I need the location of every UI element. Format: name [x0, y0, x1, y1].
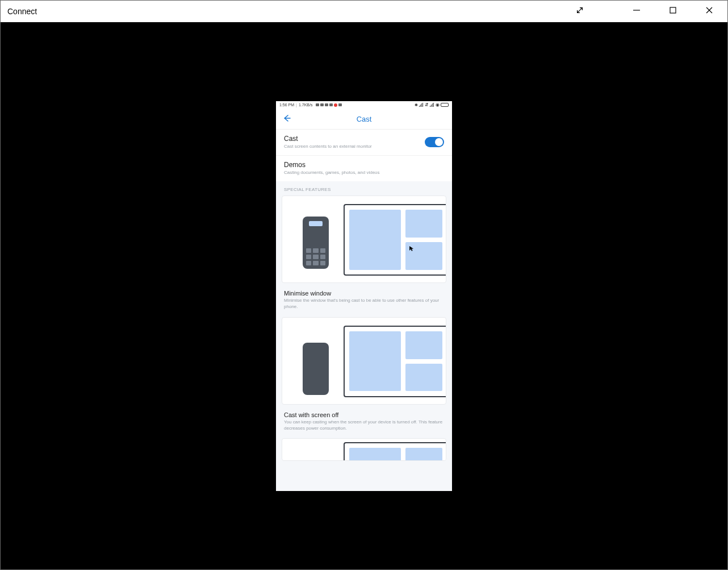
back-button[interactable]: [282, 114, 292, 124]
alarm-icon: [320, 103, 324, 106]
cast-setting-row[interactable]: Cast Cast screen contents to an external…: [276, 130, 452, 155]
phone-screen: 1:56 PM | 1.7KB/s ✱: [276, 101, 452, 491]
special-features-header: SPECIAL FEATURES: [276, 181, 452, 195]
cast-title: Cast: [284, 135, 425, 143]
signal-icon-2: [430, 103, 434, 107]
maximize-button[interactable]: [662, 2, 684, 20]
status-right-icons: ✱ ⇵ ◉: [415, 102, 449, 107]
screen-off-feature-label: Cast with screen off You can keep castin…: [276, 409, 452, 439]
minimise-illustration: [282, 196, 446, 282]
minimise-feature-label: Minimise window Minimise the window that…: [276, 288, 452, 317]
screen-off-title: Cast with screen off: [284, 411, 444, 418]
phone-device-icon: [303, 217, 329, 269]
minimise-feature-card[interactable]: [282, 195, 446, 283]
demos-row[interactable]: Demos Casting documents, games, photos, …: [276, 155, 452, 181]
whatsapp-icon: [325, 103, 328, 106]
monitor-icon: [344, 204, 446, 276]
maximize-icon: [669, 6, 677, 16]
video-icon: [338, 103, 342, 106]
notif-icon: [316, 103, 319, 106]
minimise-subtitle: Minimise the window that's being cast to…: [284, 298, 444, 310]
phone-status-bar: 1:56 PM | 1.7KB/s ✱: [276, 101, 452, 109]
status-notif-icons: [316, 103, 342, 107]
cursor-icon: [409, 246, 414, 252]
expand-icon: [576, 6, 584, 16]
titlebar: Connect: [1, 1, 727, 22]
app-window: Connect: [0, 0, 728, 570]
page-title: Cast: [357, 115, 372, 123]
svg-rect-1: [670, 7, 676, 13]
window-title: Connect: [7, 7, 37, 16]
minimise-title: Minimise window: [284, 290, 444, 297]
battery-icon: [441, 103, 449, 107]
phone-off-icon: [303, 343, 329, 395]
phone-app-header: Cast: [276, 109, 452, 130]
close-button[interactable]: [698, 2, 721, 20]
next-illustration: [282, 439, 446, 460]
screen-off-feature-card[interactable]: [282, 317, 446, 405]
mute-icon: [329, 103, 333, 106]
cast-subtitle: Cast screen contents to an external moni…: [284, 144, 425, 149]
minimize-icon: [633, 6, 641, 16]
bluetooth-icon: ✱: [415, 103, 418, 107]
cast-toggle[interactable]: [425, 137, 444, 147]
status-netspeed: 1.7KB/s: [299, 103, 313, 107]
signal-icon-1: [419, 103, 424, 107]
monitor-icon-2: [344, 326, 446, 397]
minimize-button[interactable]: [625, 2, 648, 20]
back-arrow-icon: [282, 114, 291, 124]
screen-off-subtitle: You can keep casting when the screen of …: [284, 419, 444, 432]
status-time: 1:56 PM: [279, 103, 294, 107]
screen-off-illustration: [282, 318, 446, 404]
record-icon: [334, 103, 337, 107]
wifi-icon: ◉: [436, 102, 440, 107]
monitor-icon-3: [344, 442, 446, 461]
expand-button[interactable]: [568, 2, 591, 20]
demos-subtitle: Casting documents, games, photos, and vi…: [284, 170, 444, 176]
demos-title: Demos: [284, 161, 444, 169]
phone-body[interactable]: Cast Cast screen contents to an external…: [276, 130, 452, 461]
close-icon: [705, 6, 713, 16]
next-feature-card[interactable]: [282, 438, 446, 461]
wifi-share-icon: ⇵: [425, 102, 429, 107]
mirrored-content: 1:56 PM | 1.7KB/s ✱: [1, 22, 727, 569]
